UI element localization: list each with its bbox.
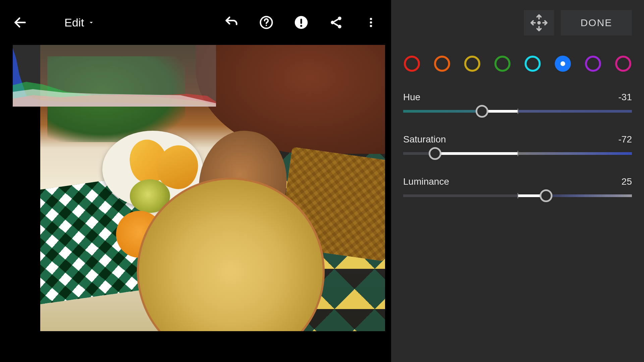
- luminance-label: Luminance: [403, 176, 449, 187]
- swatch-orange[interactable]: [434, 56, 450, 72]
- share-button[interactable]: [328, 14, 344, 31]
- swatch-purple[interactable]: [585, 56, 601, 72]
- preview-pane: Edit: [0, 0, 391, 362]
- hue-value: -31: [619, 92, 632, 103]
- help-button[interactable]: [258, 14, 274, 31]
- svg-point-11: [370, 25, 372, 27]
- luminance-slider[interactable]: Luminance 25: [403, 176, 632, 197]
- done-label: DONE: [581, 17, 612, 28]
- pan-button[interactable]: [524, 10, 554, 36]
- svg-point-2: [266, 25, 267, 26]
- share-icon: [329, 15, 343, 29]
- done-button[interactable]: DONE: [561, 10, 632, 36]
- svg-point-5: [300, 25, 302, 27]
- swatch-magenta[interactable]: [615, 56, 631, 72]
- mode-label: Edit: [64, 16, 84, 29]
- hue-label: Hue: [403, 92, 420, 103]
- hue-slider[interactable]: Hue -31: [403, 92, 632, 113]
- saturation-slider[interactable]: Saturation -72: [403, 134, 632, 155]
- svg-point-13: [537, 21, 541, 24]
- saturation-value: -72: [619, 134, 632, 145]
- overflow-button[interactable]: [363, 14, 379, 31]
- undo-button[interactable]: [223, 14, 239, 31]
- svg-point-6: [338, 17, 341, 20]
- help-icon: [259, 15, 273, 29]
- color-mix-panel: DONE Hue -31: [391, 0, 644, 362]
- svg-point-7: [331, 21, 334, 24]
- color-swatch-row: [403, 56, 632, 72]
- pan-arrows-icon: [530, 13, 548, 32]
- undo-icon: [224, 15, 239, 30]
- more-vert-icon: [365, 16, 377, 28]
- swatch-yellow[interactable]: [464, 56, 480, 72]
- svg-point-8: [338, 25, 341, 28]
- alert-icon: [294, 15, 308, 29]
- saturation-label: Saturation: [403, 134, 446, 145]
- mode-dropdown[interactable]: Edit: [64, 16, 95, 29]
- back-button[interactable]: [12, 14, 28, 31]
- svg-point-9: [370, 18, 372, 20]
- swatch-red[interactable]: [404, 56, 420, 72]
- back-arrow-icon: [13, 15, 28, 30]
- luminance-value: 25: [622, 176, 632, 187]
- histogram[interactable]: [13, 45, 216, 107]
- swatch-blue[interactable]: [555, 56, 571, 72]
- svg-rect-4: [301, 19, 302, 24]
- alert-button[interactable]: [293, 14, 309, 31]
- chevron-down-icon: [88, 19, 95, 26]
- swatch-green[interactable]: [494, 56, 511, 72]
- top-bar: Edit: [0, 0, 391, 45]
- histogram-plot: [13, 45, 216, 107]
- svg-point-10: [370, 21, 372, 24]
- swatch-aqua[interactable]: [525, 56, 541, 72]
